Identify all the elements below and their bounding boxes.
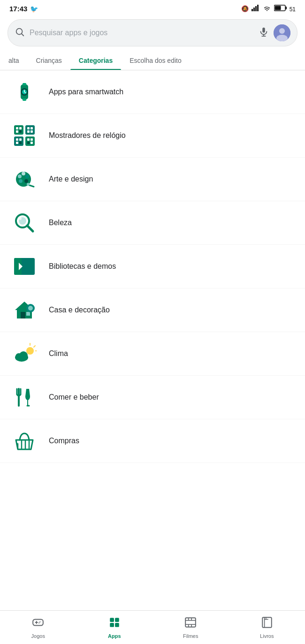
svg-rect-83 bbox=[115, 618, 119, 622]
svg-rect-93 bbox=[262, 617, 272, 628]
category-label: Clima bbox=[49, 349, 68, 358]
nav-label-livros: Livros bbox=[260, 633, 274, 639]
smartwatch-icon bbox=[11, 79, 38, 105]
food-icon bbox=[11, 384, 38, 410]
svg-line-67 bbox=[34, 346, 35, 347]
svg-rect-84 bbox=[110, 623, 114, 627]
svg-point-61 bbox=[28, 306, 33, 311]
svg-point-65 bbox=[26, 347, 34, 355]
nav-item-livros[interactable]: Livros bbox=[229, 611, 305, 644]
avatar[interactable] bbox=[274, 24, 290, 41]
svg-point-46 bbox=[24, 179, 28, 183]
svg-rect-34 bbox=[19, 138, 22, 141]
status-bar: 17:43 🐦 🔕 51 bbox=[0, 0, 305, 15]
svg-point-43 bbox=[18, 174, 22, 178]
svg-rect-0 bbox=[252, 9, 253, 11]
mic-icon[interactable] bbox=[259, 27, 269, 39]
category-label: Mostradores de relógio bbox=[49, 131, 126, 140]
svg-rect-27 bbox=[25, 125, 35, 135]
svg-point-13 bbox=[279, 28, 285, 34]
list-item[interactable]: Beleza bbox=[0, 201, 305, 245]
tab-escolha[interactable]: Escolha dos edito bbox=[121, 51, 190, 70]
nav-item-jogos[interactable]: Jogos bbox=[0, 611, 76, 644]
twitter-icon: 🐦 bbox=[30, 5, 38, 13]
category-label: Casa e decoração bbox=[49, 306, 110, 314]
tab-criancas[interactable]: Crianças bbox=[28, 51, 70, 70]
category-label: Comer e beber bbox=[49, 393, 99, 402]
svg-rect-59 bbox=[26, 312, 30, 316]
svg-rect-36 bbox=[19, 142, 22, 144]
nav-label-filmes: Filmes bbox=[183, 633, 198, 639]
nav-label-apps: Apps bbox=[108, 633, 121, 639]
svg-point-47 bbox=[19, 179, 23, 183]
svg-rect-85 bbox=[115, 623, 119, 627]
wifi-icon bbox=[263, 5, 271, 13]
svg-line-51 bbox=[27, 226, 33, 231]
svg-rect-6 bbox=[275, 6, 281, 10]
battery-icon: 51 bbox=[274, 5, 296, 13]
battery-level: 51 bbox=[290, 6, 296, 13]
svg-rect-29 bbox=[30, 127, 33, 129]
svg-rect-22 bbox=[14, 125, 23, 135]
movies-icon bbox=[184, 616, 197, 631]
list-item[interactable]: Apps para smartwatch bbox=[0, 70, 305, 114]
status-icons: 🔕 51 bbox=[241, 5, 296, 13]
svg-rect-39 bbox=[30, 138, 33, 141]
svg-rect-86 bbox=[185, 618, 196, 627]
svg-line-8 bbox=[22, 34, 23, 36]
beauty-icon bbox=[11, 210, 38, 236]
search-icon bbox=[15, 27, 25, 39]
svg-point-44 bbox=[22, 172, 25, 175]
art-icon bbox=[11, 166, 38, 192]
search-placeholder[interactable]: Pesquisar apps e jogos bbox=[30, 29, 254, 37]
svg-rect-33 bbox=[16, 138, 18, 141]
svg-rect-37 bbox=[25, 136, 35, 146]
tab-alta[interactable]: alta bbox=[0, 51, 28, 70]
nav-item-apps[interactable]: Apps bbox=[76, 611, 153, 644]
list-item[interactable]: Bibliotecas e demos bbox=[0, 245, 305, 288]
list-item[interactable]: Arte e design bbox=[0, 158, 305, 201]
signal-icon bbox=[252, 5, 260, 13]
list-item[interactable]: Compras bbox=[0, 419, 305, 463]
svg-rect-77 bbox=[33, 619, 43, 625]
svg-point-53 bbox=[19, 217, 22, 220]
svg-rect-35 bbox=[16, 142, 18, 144]
books-icon bbox=[261, 616, 273, 631]
tabs-bar: alta Crianças Categorias Escolha dos edi… bbox=[0, 51, 305, 70]
svg-point-45 bbox=[25, 174, 29, 178]
svg-rect-26 bbox=[19, 130, 22, 133]
status-time: 17:43 bbox=[9, 5, 27, 13]
svg-rect-82 bbox=[110, 618, 114, 622]
nav-item-filmes[interactable]: Filmes bbox=[152, 611, 229, 644]
list-item[interactable]: Clima bbox=[0, 332, 305, 376]
svg-rect-23 bbox=[16, 127, 18, 129]
shopping-icon bbox=[11, 428, 38, 454]
tab-categorias[interactable]: Categorias bbox=[70, 51, 121, 70]
list-item[interactable]: Mostradores de relógio bbox=[0, 114, 305, 158]
svg-rect-30 bbox=[27, 130, 30, 133]
svg-rect-5 bbox=[286, 7, 287, 9]
list-item[interactable]: Comer e beber bbox=[0, 376, 305, 419]
category-list: Apps para smartwatch bbox=[0, 70, 305, 610]
category-label: Arte e design bbox=[49, 175, 93, 183]
svg-rect-28 bbox=[27, 127, 30, 129]
svg-rect-2 bbox=[255, 6, 257, 11]
mute-icon: 🔕 bbox=[241, 5, 249, 12]
svg-rect-1 bbox=[253, 8, 255, 11]
svg-point-49 bbox=[27, 183, 30, 186]
svg-rect-32 bbox=[14, 136, 23, 146]
svg-rect-25 bbox=[16, 130, 18, 133]
list-item[interactable]: Casa e decoração bbox=[0, 288, 305, 332]
svg-rect-58 bbox=[21, 312, 25, 318]
svg-rect-31 bbox=[30, 130, 33, 133]
category-label: Compras bbox=[49, 437, 79, 445]
search-container: Pesquisar apps e jogos bbox=[0, 15, 305, 51]
search-bar[interactable]: Pesquisar apps e jogos bbox=[8, 19, 297, 46]
svg-point-81 bbox=[38, 622, 39, 623]
svg-point-64 bbox=[19, 351, 28, 360]
svg-rect-24 bbox=[19, 127, 22, 129]
weather-icon bbox=[11, 341, 38, 367]
bottom-nav: Jogos Apps Filmes bbox=[0, 610, 305, 644]
games-icon bbox=[32, 616, 44, 631]
nav-label-jogos: Jogos bbox=[31, 633, 45, 639]
